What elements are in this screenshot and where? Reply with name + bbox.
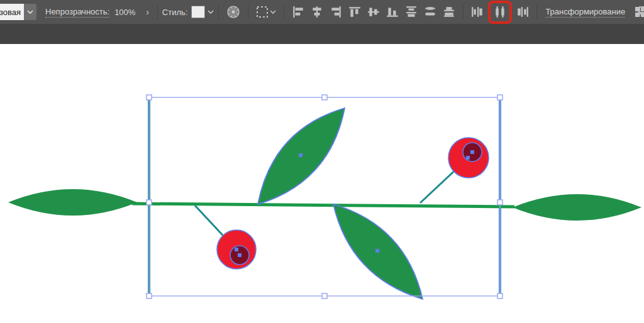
distribute-horizontal-center-icon[interactable] <box>492 4 508 19</box>
artboard[interactable] <box>0 44 644 323</box>
separator <box>157 4 158 19</box>
chevron-down-icon <box>208 10 214 14</box>
opacity-input[interactable] <box>114 8 142 17</box>
style-swatch <box>191 6 205 18</box>
transform-label[interactable]: Трансформирование <box>545 7 625 18</box>
separator <box>536 4 537 19</box>
branch-line[interactable] <box>132 204 514 207</box>
separator <box>248 4 248 19</box>
align-left-icon[interactable] <box>291 4 306 19</box>
select-similar-icon[interactable] <box>255 4 277 19</box>
highlight-box <box>488 1 512 24</box>
chevron-down-icon[interactable] <box>24 4 36 20</box>
branch-artwork <box>0 44 644 323</box>
align-vertical-center-icon[interactable] <box>366 4 381 19</box>
style-label[interactable]: Стиль: <box>162 8 188 17</box>
opacity-label[interactable]: Непрозрачность: <box>45 7 109 18</box>
separator <box>218 4 219 19</box>
recolor-artwork-icon[interactable] <box>225 4 242 20</box>
brush-style-dropdown[interactable]: азовая <box>0 4 36 20</box>
leaf-right[interactable] <box>513 194 641 221</box>
align-bottom-icon[interactable] <box>385 4 400 19</box>
align-right-icon[interactable] <box>328 4 343 19</box>
distribute-horizontal-left-icon[interactable] <box>470 4 485 19</box>
brush-style-value: азовая <box>0 4 24 20</box>
distribute-horizontal-right-icon[interactable] <box>515 4 530 19</box>
distribute-vertical-bottom-icon[interactable] <box>441 4 457 19</box>
separator <box>463 4 464 19</box>
opacity-expand-button[interactable]: › <box>142 7 153 17</box>
style-swatch-dropdown[interactable] <box>191 6 214 18</box>
separator <box>284 4 284 19</box>
align-top-icon[interactable] <box>347 4 362 19</box>
distribute-vertical-top-icon[interactable] <box>404 4 419 19</box>
distribute-vertical-center-icon[interactable] <box>423 4 438 19</box>
align-horizontal-center-icon[interactable] <box>309 4 325 19</box>
leaf-left[interactable] <box>8 189 137 216</box>
app-grid-icon[interactable] <box>635 6 644 20</box>
toolbar-shadow-strip <box>0 24 644 44</box>
options-bar: азовая Непрозрачность: › Стиль: <box>0 0 644 24</box>
